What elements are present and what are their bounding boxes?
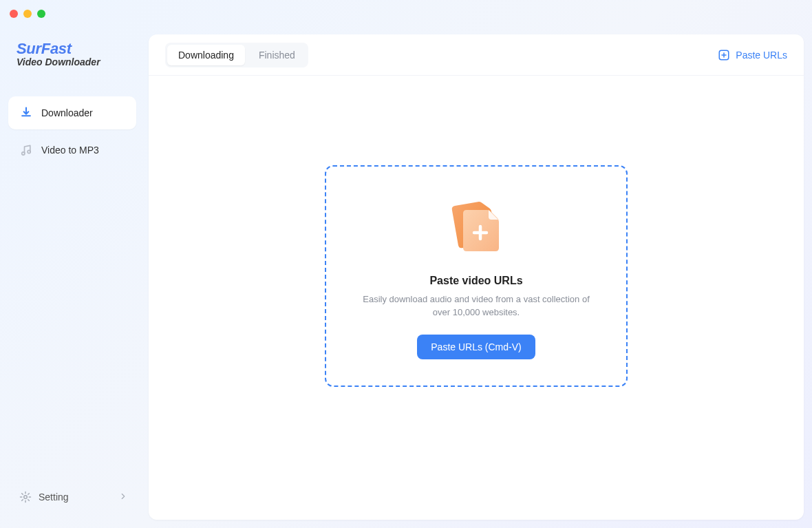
app-brand: SurFast Video Downloader (17, 40, 100, 67)
app-subtitle: Video Downloader (17, 56, 100, 67)
main-header: Downloading Finished Paste URLs (149, 34, 804, 76)
tab-finished[interactable]: Finished (248, 45, 306, 65)
add-document-icon (442, 193, 511, 262)
tabs: Downloading Finished (165, 43, 308, 67)
setting-label: Setting (39, 492, 69, 503)
download-icon (19, 106, 33, 120)
sidebar: Downloader Video to MP3 (8, 96, 136, 171)
main-panel: Downloading Finished Paste URLs (149, 34, 804, 520)
drop-zone-description: Easily download audio and video from a v… (359, 293, 593, 319)
tab-downloading[interactable]: Downloading (167, 45, 245, 65)
main-body: Paste video URLs Easily download audio a… (149, 76, 804, 520)
plus-square-icon (718, 49, 730, 61)
paste-urls-label: Paste URLs (736, 50, 787, 61)
sidebar-item-downloader[interactable]: Downloader (8, 96, 136, 129)
music-note-icon (19, 143, 33, 157)
drop-zone-title: Paste video URLs (429, 275, 522, 287)
svg-point-2 (24, 496, 28, 499)
sidebar-item-label: Video to MP3 (41, 145, 99, 156)
tab-label: Finished (259, 50, 295, 61)
svg-point-0 (22, 152, 25, 155)
paste-urls-main-button[interactable]: Paste URLs (Cmd-V) (417, 335, 535, 359)
sidebar-item-label: Downloader (41, 107, 93, 118)
paste-urls-button[interactable]: Paste URLs (718, 49, 787, 61)
close-window-button[interactable] (10, 10, 18, 18)
maximize-window-button[interactable] (37, 10, 45, 18)
paste-button-label: Paste URLs (Cmd-V) (431, 341, 521, 352)
window-controls (10, 10, 45, 18)
svg-point-1 (28, 150, 30, 153)
sidebar-item-video-to-mp3[interactable]: Video to MP3 (8, 134, 136, 167)
sidebar-item-setting[interactable]: Setting (12, 485, 135, 509)
app-title: SurFast (17, 40, 100, 58)
tab-label: Downloading (178, 50, 234, 61)
drop-zone[interactable]: Paste video URLs Easily download audio a… (325, 165, 628, 387)
minimize-window-button[interactable] (23, 10, 32, 18)
gear-icon (19, 491, 32, 503)
chevron-right-icon (118, 492, 128, 503)
